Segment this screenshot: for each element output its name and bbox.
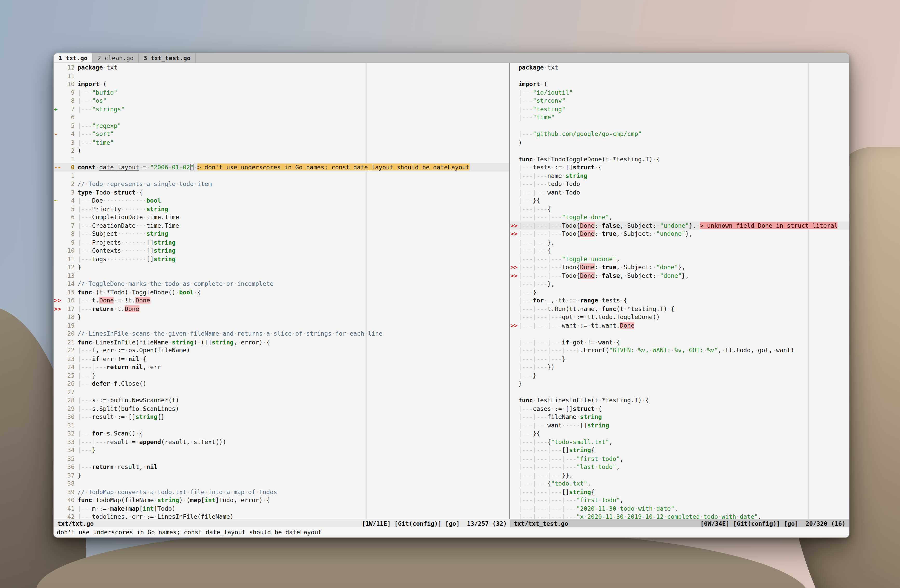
gutter-sign [511,96,518,105]
whitespace-listchars: |---|---|--- [518,255,562,262]
code-line [511,146,849,155]
tab-1-txt-go[interactable]: 1 txt.go [54,53,93,62]
code-segment: }, [689,222,696,229]
code-text: |---"sort" [78,130,509,138]
whitespace-listchars: · [194,289,197,295]
code-segment: !t. [125,297,136,304]
whitespace-listchars: · [114,346,118,354]
whitespace-listchars: |--- [78,372,92,379]
whitespace-listchars: |---|---|--- [518,272,562,279]
code-text: |---"testing" [518,105,849,113]
whitespace-listchars: · [125,355,129,362]
code-line: 31 [54,421,509,429]
whitespace-listchars: · [154,496,157,503]
code-segment: Subject: [627,222,656,229]
code-segment: tt.todo, [725,346,754,354]
line-number: 2 [62,180,78,188]
whitespace-listchars: · [540,81,544,87]
code-text: func·TestTodoToggleDone(t·*testing.T)·{ [518,155,849,163]
code-segment: { [646,397,649,403]
whitespace-listchars: |--- [518,405,533,412]
gutter-sign: >> [511,221,518,230]
whitespace-listchars: · [544,64,548,71]
whitespace-listchars: · [620,230,624,237]
keyword: map [129,505,139,512]
tab-3-txt-test-go[interactable]: 3 txt_test.go [139,53,196,62]
code-segment: }, [681,272,689,279]
code-text [78,388,509,396]
code-segment: , [620,455,624,462]
gutter-sign [511,246,518,254]
line-number: 39 [62,488,78,496]
code-line: } [511,379,849,388]
code-segment: }{ [533,430,540,437]
keyword: for [533,297,544,304]
line-number: 34 [62,446,78,454]
code-segment: m [92,505,96,512]
gutter-sign [54,354,62,363]
whitespace-listchars: · [598,297,602,304]
code-text: |---CompletionDate·time.Time [78,213,509,221]
whitespace-listchars: · [598,272,602,279]
whitespace-listchars: · [96,397,99,403]
whitespace-listchars: |--- [78,463,92,470]
code-text: |---"bufio" [78,88,509,96]
whitespace-listchars: · [92,189,96,195]
comment: of [295,330,303,337]
code-segment: } [78,472,81,479]
code-text: |---"os" [78,96,509,105]
comment: single [154,180,175,187]
comment: todo [179,180,194,187]
comment: // [78,180,85,187]
code-segment: want) [776,346,794,354]
code-segment: { [671,305,674,312]
whitespace-listchars: · [576,297,580,304]
code-segment: want [548,189,562,195]
code-text: |---"strings" [78,105,509,113]
pane-txt-go[interactable]: 12package·txt1110import·(9|---"bufio"8|-… [54,63,509,519]
tab-2-clean-go[interactable]: 2 clean.go [93,53,138,62]
error-token-highlight: Done [580,230,594,237]
whitespace-listchars: · [99,355,103,362]
code-text: } [78,313,509,321]
code-segment: } [533,289,537,295]
whitespace-listchars: · [114,463,118,470]
gutter-sign [511,63,518,71]
code-segment: name [548,172,562,179]
string-literal: todo" [602,496,620,503]
code-text [78,113,509,121]
type-name: string [587,422,609,428]
code-segment: { [624,297,627,304]
code-text: |---Tags···········[]string [78,254,509,263]
code-segment: want [562,322,576,329]
code-segment: }{ [533,197,540,204]
gutter-sign [54,88,62,96]
gutter-sign [511,404,518,413]
gutter-sign [511,138,518,146]
gutter-sign [54,404,62,413]
gutter-sign [511,304,518,313]
whitespace-listchars: · [175,289,179,295]
code-line: 3type·Todo·struct·{ [54,188,509,196]
line-number: 9 [62,88,78,96]
gutter-sign [511,130,518,138]
gutter-sign [54,421,62,429]
line-number: 31 [62,421,78,429]
whitespace-listchars: · [154,513,157,519]
code-text: |---|---|---|---"first·todo", [518,496,849,504]
code-text: |---|---|---|---"last·todo", [518,462,849,471]
pane-txt-test-go[interactable]: package·txtimport·(|---"io/ioutil"|---"s… [511,63,849,519]
code-line: 42|---todolines,·err·:=·LinesInFile(file… [54,512,509,519]
string-literal: "x [576,513,584,519]
comment: returns [237,330,262,337]
code-line: 19 [54,321,509,329]
comment: Todo [88,180,103,187]
code-line: -4|---"sort" [54,130,509,138]
code-line: |---|---}, [511,279,849,288]
comment: as [183,280,190,287]
code-text: //·ToggleDone·marks·the·todo·as·complete… [78,279,509,288]
whitespace-listchars: |---|---|--- [518,355,562,362]
code-line: |---|---{ [511,246,849,254]
code-line: |---"time" [511,113,849,121]
code-text: |---|---}, [518,238,849,246]
